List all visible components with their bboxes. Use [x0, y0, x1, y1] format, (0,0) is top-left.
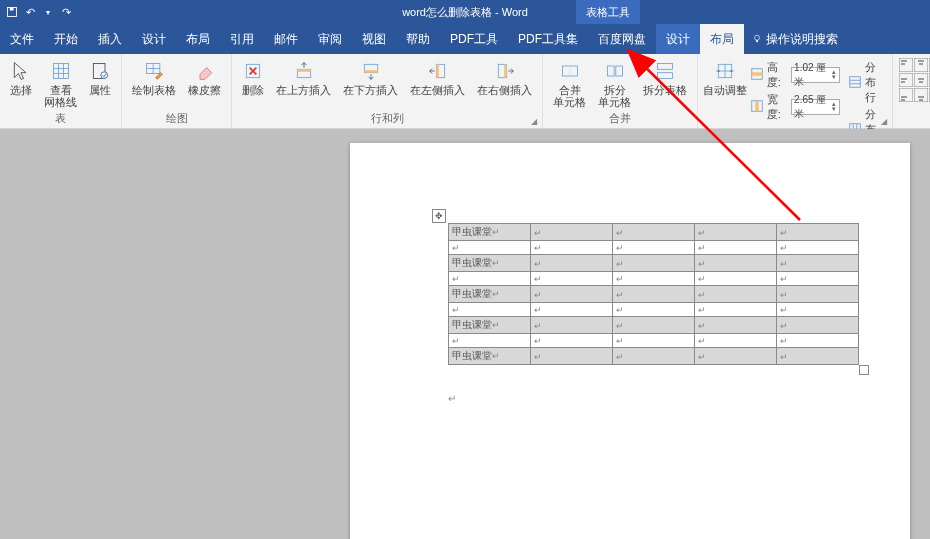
table-cell[interactable]: ↵	[777, 334, 859, 348]
table-cell[interactable]: ↵	[777, 224, 859, 241]
table-cell[interactable]: ↵	[613, 303, 695, 317]
autofit-button[interactable]: 自动调整	[704, 58, 746, 98]
align-tc-icon[interactable]	[914, 58, 928, 72]
table-cell[interactable]: ↵	[695, 224, 777, 241]
tab-table-design[interactable]: 设计	[656, 24, 700, 54]
split-table-button[interactable]: 拆分表格	[639, 58, 691, 98]
table-cell[interactable]: ↵	[613, 255, 695, 272]
table-body[interactable]: 甲虫课堂↵↵↵↵↵↵↵↵↵↵甲虫课堂↵↵↵↵↵↵↵↵↵↵甲虫课堂↵↵↵↵↵↵↵↵…	[448, 223, 859, 365]
select-button[interactable]: 选择	[6, 58, 36, 98]
table-cell[interactable]: ↵	[777, 303, 859, 317]
tab-review[interactable]: 审阅	[308, 24, 352, 54]
table-cell[interactable]: ↵	[449, 241, 531, 255]
table-cell[interactable]: ↵	[531, 317, 613, 334]
table-cell[interactable]: ↵	[695, 255, 777, 272]
table-resize-handle-icon[interactable]	[859, 365, 869, 375]
tab-layout[interactable]: 布局	[176, 24, 220, 54]
table-cell[interactable]: 甲虫课堂↵	[449, 317, 531, 334]
table-cell[interactable]: ↵	[613, 241, 695, 255]
insert-left-button[interactable]: 在左侧插入	[406, 58, 469, 98]
tab-insert[interactable]: 插入	[88, 24, 132, 54]
insert-above-button[interactable]: 在上方插入	[272, 58, 335, 98]
cellsize-launcher-icon[interactable]: ◢	[881, 117, 889, 126]
table-cell[interactable]: ↵	[613, 317, 695, 334]
tab-table-layout[interactable]: 布局	[700, 24, 744, 54]
insert-right-button[interactable]: 在右侧插入	[473, 58, 536, 98]
tab-design[interactable]: 设计	[132, 24, 176, 54]
table-cell[interactable]: ↵	[531, 224, 613, 241]
table-cell[interactable]: ↵	[531, 286, 613, 303]
table-cell[interactable]: ↵	[777, 241, 859, 255]
table-cell[interactable]: ↵	[777, 255, 859, 272]
split-cells-button[interactable]: 拆分 单元格	[594, 58, 635, 110]
table-row[interactable]: 甲虫课堂↵↵↵↵↵	[449, 348, 859, 365]
table-row[interactable]: ↵↵↵↵↵	[449, 272, 859, 286]
table-cell[interactable]: ↵	[449, 334, 531, 348]
table-move-handle-icon[interactable]: ✥	[432, 209, 446, 223]
table-cell[interactable]: ↵	[695, 272, 777, 286]
merge-cells-button[interactable]: 合并 单元格	[549, 58, 590, 110]
tab-pdf-tool[interactable]: PDF工具	[440, 24, 508, 54]
spinner-icon[interactable]: ▲▼	[831, 70, 837, 80]
distribute-rows-button[interactable]: 分布行	[848, 60, 886, 105]
table-cell[interactable]: ↵	[613, 334, 695, 348]
tab-help[interactable]: 帮助	[396, 24, 440, 54]
table-cell[interactable]: ↵	[449, 272, 531, 286]
table-cell[interactable]: ↵	[531, 241, 613, 255]
table-cell[interactable]: ↵	[695, 286, 777, 303]
table-cell[interactable]: ↵	[695, 348, 777, 365]
tab-file[interactable]: 文件	[0, 24, 44, 54]
insert-below-button[interactable]: 在下方插入	[339, 58, 402, 98]
table-row[interactable]: 甲虫课堂↵↵↵↵↵	[449, 224, 859, 241]
table-cell[interactable]: ↵	[613, 224, 695, 241]
document-page[interactable]: ✥ 甲虫课堂↵↵↵↵↵↵↵↵↵↵甲虫课堂↵↵↵↵↵↵↵↵↵↵甲虫课堂↵↵↵↵↵↵…	[350, 143, 910, 539]
table-cell[interactable]: 甲虫课堂↵	[449, 255, 531, 272]
table-row[interactable]: 甲虫课堂↵↵↵↵↵	[449, 317, 859, 334]
table-cell[interactable]: 甲虫课堂↵	[449, 348, 531, 365]
eraser-button[interactable]: 橡皮擦	[184, 58, 225, 98]
tab-baidu[interactable]: 百度网盘	[588, 24, 656, 54]
table-cell[interactable]: ↵	[531, 348, 613, 365]
table-cell[interactable]: ↵	[695, 317, 777, 334]
width-input[interactable]: 2.65 厘米 ▲▼	[791, 99, 840, 115]
align-ml-icon[interactable]	[899, 73, 913, 87]
table-cell[interactable]: ↵	[695, 241, 777, 255]
draw-table-button[interactable]: 绘制表格	[128, 58, 180, 98]
table-cell[interactable]: ↵	[449, 303, 531, 317]
redo-icon[interactable]: ↷	[60, 6, 72, 18]
align-tl-icon[interactable]	[899, 58, 913, 72]
table-cell[interactable]: ↵	[695, 334, 777, 348]
properties-button[interactable]: 属性	[85, 58, 115, 98]
alignment-grid[interactable]	[899, 58, 930, 102]
word-table[interactable]: ✥ 甲虫课堂↵↵↵↵↵↵↵↵↵↵甲虫课堂↵↵↵↵↵↵↵↵↵↵甲虫课堂↵↵↵↵↵↵…	[448, 223, 859, 365]
tell-me-search[interactable]: 操作说明搜索	[744, 24, 846, 54]
table-row[interactable]: ↵↵↵↵↵	[449, 241, 859, 255]
align-mc-icon[interactable]	[914, 73, 928, 87]
table-cell[interactable]: 甲虫课堂↵	[449, 286, 531, 303]
align-bl-icon[interactable]	[899, 88, 913, 102]
table-row[interactable]: ↵↵↵↵↵	[449, 303, 859, 317]
table-cell[interactable]: ↵	[777, 317, 859, 334]
document-workspace[interactable]: ✥ 甲虫课堂↵↵↵↵↵↵↵↵↵↵甲虫课堂↵↵↵↵↵↵↵↵↵↵甲虫课堂↵↵↵↵↵↵…	[0, 129, 930, 539]
table-cell[interactable]: ↵	[613, 272, 695, 286]
tab-references[interactable]: 引用	[220, 24, 264, 54]
table-cell[interactable]: ↵	[531, 255, 613, 272]
table-cell[interactable]: 甲虫课堂↵	[449, 224, 531, 241]
table-cell[interactable]: ↵	[531, 334, 613, 348]
table-row[interactable]: 甲虫课堂↵↵↵↵↵	[449, 255, 859, 272]
table-cell[interactable]: ↵	[531, 303, 613, 317]
table-cell[interactable]: ↵	[777, 348, 859, 365]
table-cell[interactable]: ↵	[695, 303, 777, 317]
tab-mailings[interactable]: 邮件	[264, 24, 308, 54]
tab-home[interactable]: 开始	[44, 24, 88, 54]
height-input[interactable]: 1.02 厘米 ▲▼	[791, 67, 840, 83]
table-cell[interactable]: ↵	[777, 286, 859, 303]
save-icon[interactable]	[6, 6, 18, 18]
view-gridlines-button[interactable]: 查看 网格线	[40, 58, 81, 110]
rows-cols-launcher-icon[interactable]: ◢	[531, 117, 539, 126]
align-bc-icon[interactable]	[914, 88, 928, 102]
delete-button[interactable]: 删除	[238, 58, 268, 98]
spinner-icon[interactable]: ▲▼	[831, 102, 837, 112]
qat-dropdown-icon[interactable]: ▾	[42, 6, 54, 18]
tab-pdf-toolset[interactable]: PDF工具集	[508, 24, 588, 54]
